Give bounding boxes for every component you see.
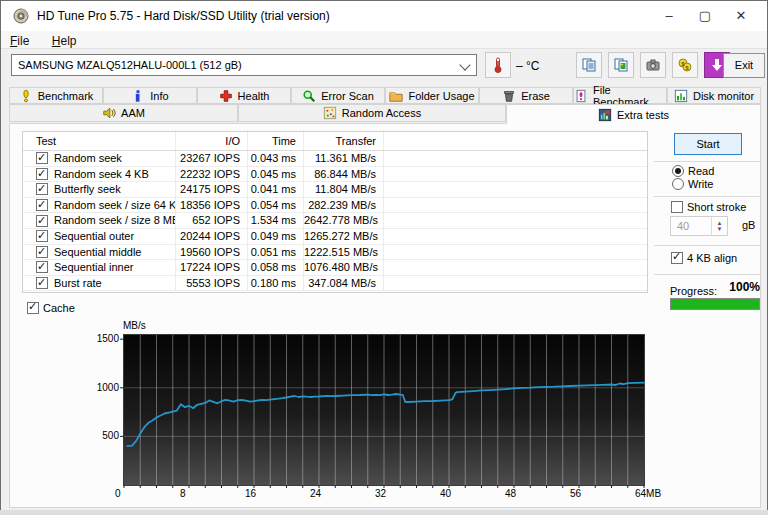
minimize-button[interactable]: – <box>651 1 687 31</box>
table-row: Random seek 4 KB 22232 IOPS 0.045 ms 86.… <box>23 167 647 183</box>
test-transfer: 1222.515 MB/s <box>304 245 384 260</box>
screen: HD Tune Pro 5.75 - Hard Disk/SSD Utility… <box>0 0 768 515</box>
chart-y-unit-label: MB/s <box>123 320 146 331</box>
test-transfer: 1076.480 MB/s <box>304 260 384 275</box>
test-name: Butterfly seek <box>54 182 121 197</box>
background-window-sliver <box>0 510 768 515</box>
write-radio[interactable] <box>672 178 684 190</box>
tab-label: Disk monitor <box>693 90 754 102</box>
test-checkbox[interactable] <box>36 199 48 211</box>
transfer-chart-svg <box>124 335 644 485</box>
short-stroke-row[interactable]: Short stroke <box>671 201 746 213</box>
cache-checkbox[interactable] <box>27 302 39 314</box>
separator <box>654 274 760 275</box>
test-transfer: 2642.778 MB/s <box>304 213 384 228</box>
test-name: Sequential outer <box>54 229 134 244</box>
maximize-icon: ▢ <box>699 8 711 23</box>
menu-file[interactable]: File <box>1 33 38 49</box>
temperature-value: – °C <box>516 59 539 73</box>
chevron-down-icon <box>459 59 470 70</box>
read-radio[interactable] <box>672 165 684 177</box>
tab-info[interactable]: Info <box>103 87 197 104</box>
copy-image-button[interactable] <box>608 52 634 78</box>
hd-tune-window: HD Tune Pro 5.75 - Hard Disk/SSD Utility… <box>0 0 768 510</box>
start-button[interactable]: Start <box>674 133 742 155</box>
tab-health[interactable]: Health <box>197 87 291 104</box>
close-button[interactable]: ✕ <box>723 1 759 31</box>
table-row: Random seek / size 64 KB 18356 IOPS 0.05… <box>23 198 647 214</box>
tab-label: Benchmark <box>38 90 94 102</box>
short-stroke-checkbox[interactable] <box>671 201 683 213</box>
test-time: 0.045 ms <box>248 167 304 182</box>
tab-label: Error Scan <box>321 90 374 102</box>
device-dropdown[interactable]: SAMSUNG MZALQ512HALU-000L1 (512 gB) <box>11 54 477 76</box>
test-time: 0.041 ms <box>248 182 304 197</box>
test-name: Random seek 4 KB <box>54 167 149 182</box>
test-checkbox[interactable] <box>36 230 48 242</box>
table-header-row: Test I/O Time Transfer <box>23 132 647 151</box>
y-axis-tick-label: 500 <box>85 430 119 441</box>
test-checkbox[interactable] <box>36 261 48 273</box>
maximize-button[interactable]: ▢ <box>687 1 723 31</box>
kb-align-checkbox[interactable] <box>671 252 683 264</box>
menu-help[interactable]: Help <box>43 33 86 49</box>
header-io: I/O <box>176 132 248 150</box>
extra-tests-page: Test I/O Time Transfer Random seek 23267… <box>9 123 761 508</box>
benchmark-icon <box>19 89 33 103</box>
window-title: HD Tune Pro 5.75 - Hard Disk/SSD Utility… <box>37 9 330 23</box>
x-axis-tick-label: 56 <box>570 488 604 499</box>
test-time: 0.058 ms <box>248 260 304 275</box>
short-stroke-size-stepper[interactable]: 40 ▲▼ <box>670 216 728 236</box>
tab-random-access[interactable]: Random Access <box>238 104 506 122</box>
app-icon <box>13 8 29 24</box>
test-checkbox[interactable] <box>36 152 48 164</box>
read-radio-row[interactable]: Read <box>672 165 714 177</box>
buy-button[interactable]: $ $ <box>672 52 698 78</box>
short-stroke-size-value: 40 <box>677 220 689 232</box>
tab-file-benchmark[interactable]: File Benchmark <box>573 87 667 104</box>
exit-button[interactable]: Exit <box>723 53 765 78</box>
test-time: 0.043 ms <box>248 151 304 166</box>
tab-erase[interactable]: Erase <box>479 87 573 104</box>
x-axis-tick-label: 32 <box>375 488 409 499</box>
tab-aam[interactable]: AAM <box>9 104 238 122</box>
menu-help-rest: elp <box>60 34 76 48</box>
tab-label: Extra tests <box>617 109 669 121</box>
stepper-arrows[interactable]: ▲▼ <box>711 217 727 235</box>
tab-disk-monitor[interactable]: Disk monitor <box>667 87 761 104</box>
test-checkbox[interactable] <box>36 215 48 227</box>
tab-label: Info <box>150 90 168 102</box>
temperature-button[interactable] <box>485 52 511 78</box>
tab-folder-usage[interactable]: Folder Usage <box>385 87 479 104</box>
test-io: 652 IOPS <box>176 213 248 228</box>
separator <box>654 196 760 197</box>
test-io: 23267 IOPS <box>176 151 248 166</box>
test-io: 19560 IOPS <box>176 245 248 260</box>
test-checkbox[interactable] <box>36 168 48 180</box>
test-checkbox[interactable] <box>36 183 48 195</box>
test-name: Sequential middle <box>54 245 141 260</box>
y-axis-tick-label: 1000 <box>85 382 119 393</box>
folder-usage-icon <box>389 89 403 103</box>
error-scan-icon <box>302 89 316 103</box>
test-checkbox[interactable] <box>36 246 48 258</box>
arrow-down-icon[interactable]: ▼ <box>717 226 723 232</box>
test-name: Random seek / size 64 KB <box>54 198 176 213</box>
transfer-chart-plot <box>123 334 645 486</box>
tab-label: Random Access <box>342 107 421 119</box>
x-axis-tick-label: 48 <box>505 488 539 499</box>
health-icon <box>219 89 233 103</box>
read-label: Read <box>688 165 714 177</box>
write-radio-row[interactable]: Write <box>672 178 713 190</box>
screenshot-button[interactable] <box>640 52 666 78</box>
tab-benchmark[interactable]: Benchmark <box>9 87 103 104</box>
header-time: Time <box>248 132 304 150</box>
kb-align-row[interactable]: 4 KB align <box>671 252 737 264</box>
test-time: 0.180 ms <box>248 276 304 291</box>
test-checkbox[interactable] <box>36 277 48 289</box>
copy-button[interactable] <box>576 52 602 78</box>
minimize-icon: – <box>665 8 672 23</box>
tab-error-scan[interactable]: Error Scan <box>291 87 385 104</box>
cache-row[interactable]: Cache <box>27 302 75 314</box>
tab-extra-tests[interactable]: Extra tests <box>506 104 761 124</box>
